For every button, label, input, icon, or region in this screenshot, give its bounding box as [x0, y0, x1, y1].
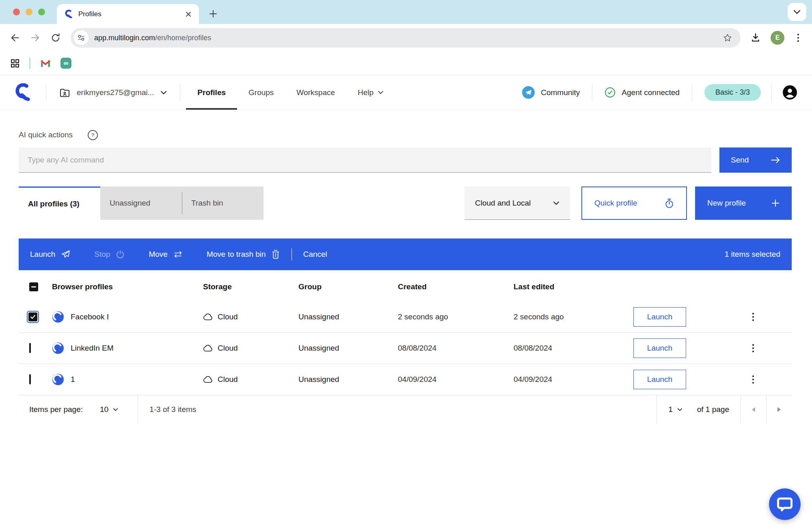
row-menu-icon[interactable]: [749, 341, 757, 356]
storage-value: Cloud: [218, 312, 238, 321]
col-group: Group: [298, 282, 398, 291]
zoom-window-button[interactable]: [38, 9, 45, 15]
nav-workspace[interactable]: Workspace: [285, 75, 346, 110]
stopwatch-icon: [665, 198, 674, 208]
downloads-icon[interactable]: [750, 33, 761, 43]
bookmark-star-icon[interactable]: [723, 33, 737, 43]
group-value: Unassigned: [298, 344, 398, 353]
send-button[interactable]: Send: [719, 147, 792, 173]
row-menu-icon[interactable]: [749, 372, 757, 387]
minimize-window-button[interactable]: [26, 9, 32, 15]
profile-tabs-row: All profiles (3) Unassigned Trash bin Cl…: [19, 186, 792, 220]
items-per-page-select[interactable]: 10: [100, 405, 118, 414]
close-window-button[interactable]: [13, 9, 20, 15]
header-divider: [771, 84, 772, 101]
tab-all-profiles[interactable]: All profiles (3): [19, 186, 100, 220]
reload-icon[interactable]: [50, 33, 61, 43]
profile-name[interactable]: 1: [71, 375, 75, 384]
svg-text:?: ?: [91, 132, 95, 138]
row-launch-button[interactable]: Launch: [633, 370, 686, 389]
browser-menu-icon[interactable]: [794, 30, 802, 45]
row-menu-icon[interactable]: [749, 310, 757, 324]
browser-profile-icon: [52, 373, 64, 386]
page-select[interactable]: 1: [668, 405, 682, 414]
next-page-button[interactable]: [767, 395, 792, 423]
move-action[interactable]: Move: [149, 250, 183, 259]
move-to-trash-action[interactable]: Move to trash bin: [207, 249, 280, 259]
gmail-bookmark-icon[interactable]: [40, 59, 51, 68]
apps-grid-icon[interactable]: [11, 59, 19, 68]
storage-filter-dropdown[interactable]: Cloud and Local: [464, 186, 570, 220]
cloud-icon: [203, 313, 213, 321]
chevron-left-icon: [751, 407, 756, 412]
nav-profiles[interactable]: Profiles: [186, 75, 237, 110]
last-edited-value: 04/09/2024: [514, 375, 633, 384]
browser-profile-icon: [52, 342, 64, 354]
pagination-bar: Items per page: 10 1-3 of 3 items 1 of 1…: [19, 395, 792, 423]
launch-rocket-icon: [60, 249, 71, 260]
url-bar[interactable]: app.multilogin.com/en/home/profiles: [71, 28, 741, 48]
multilogin-favicon: [64, 10, 73, 19]
browser-tab-strip: Profiles: [0, 0, 812, 24]
user-avatar-icon[interactable]: [782, 85, 797, 100]
back-icon[interactable]: [10, 33, 20, 43]
row-launch-button[interactable]: Launch: [633, 338, 686, 358]
select-all-checkbox[interactable]: [29, 282, 38, 291]
header-right: Community Agent connected Basic - 3/3: [522, 75, 797, 110]
nav-help[interactable]: Help: [346, 75, 395, 110]
chevron-down-icon: [677, 408, 682, 411]
browser-profile-avatar[interactable]: E: [771, 31, 784, 45]
multilogin-bookmark-icon[interactable]: ∞: [60, 58, 71, 69]
storage-value: Cloud: [218, 375, 238, 384]
tab-search-chevron-button[interactable]: [788, 3, 806, 21]
browser-tab[interactable]: Profiles: [57, 4, 199, 24]
created-value: 2 seconds ago: [398, 312, 514, 321]
select-all-cell: [19, 282, 52, 291]
launch-action[interactable]: Launch: [30, 249, 71, 260]
row-checkbox[interactable]: [29, 343, 31, 353]
col-browser-profiles: Browser profiles: [52, 282, 203, 291]
help-circle-icon[interactable]: ?: [87, 130, 98, 141]
col-storage: Storage: [203, 282, 298, 291]
new-tab-button[interactable]: [209, 9, 218, 18]
site-settings-icon[interactable]: [74, 30, 89, 45]
tab-trash-bin[interactable]: Trash bin: [182, 186, 263, 220]
chevron-down-icon: [160, 91, 167, 95]
table-row: Facebook I Cloud Unassigned 2 seconds ag…: [19, 301, 792, 332]
tab-unassigned[interactable]: Unassigned: [100, 186, 182, 220]
row-checkbox[interactable]: [28, 312, 37, 321]
group-value: Unassigned: [298, 375, 398, 384]
selected-count: 1 items selected: [725, 250, 780, 259]
forward-icon[interactable]: [30, 33, 41, 43]
agent-status: Agent connected: [605, 87, 680, 98]
row-checkbox[interactable]: [29, 374, 31, 384]
row-launch-button[interactable]: Launch: [633, 307, 686, 327]
nav-groups[interactable]: Groups: [237, 75, 285, 110]
chat-launcher-button[interactable]: [769, 488, 801, 520]
plan-badge[interactable]: Basic - 3/3: [704, 84, 761, 101]
cancel-action[interactable]: Cancel: [303, 250, 327, 259]
browser-profile-icon: [52, 311, 64, 323]
window-controls[interactable]: [13, 9, 45, 15]
ai-quick-actions-label: AI quick actions: [19, 130, 73, 139]
app-header: erikmyers275@gmai... Profiles Groups Wor…: [0, 75, 812, 110]
profile-name[interactable]: Facebook I: [71, 312, 109, 321]
swap-arrows-icon: [173, 250, 183, 259]
quick-profile-button[interactable]: Quick profile: [581, 186, 687, 220]
url-text[interactable]: app.multilogin.com/en/home/profiles: [94, 34, 717, 42]
ai-command-input[interactable]: [19, 147, 711, 173]
profile-tabs: All profiles (3) Unassigned Trash bin: [19, 186, 263, 220]
row-checkbox-focus-ring: [27, 311, 39, 323]
profile-name[interactable]: LinkedIn EM: [71, 344, 114, 353]
cloud-icon: [203, 345, 213, 352]
prev-page-button[interactable]: [741, 395, 766, 423]
tab-close-icon[interactable]: [185, 11, 192, 17]
chevron-down-icon: [553, 201, 559, 205]
community-link[interactable]: Community: [522, 86, 580, 99]
main-nav: Profiles Groups Workspace Help: [186, 75, 395, 110]
new-profile-button[interactable]: New profile: [695, 186, 792, 220]
multilogin-logo[interactable]: [13, 83, 32, 102]
account-email: erikmyers275@gmai...: [77, 88, 154, 97]
workspace-selector[interactable]: erikmyers275@gmai...: [46, 75, 180, 110]
cloud-icon: [203, 376, 213, 383]
